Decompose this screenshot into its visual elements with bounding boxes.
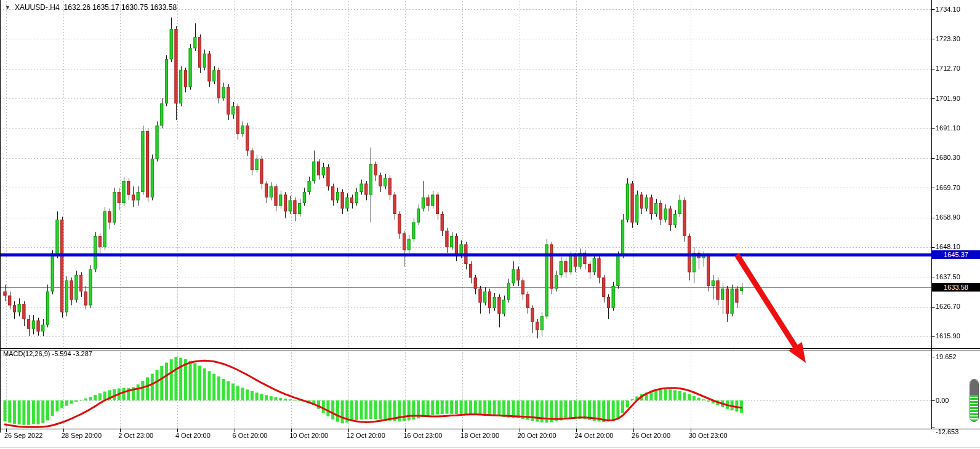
symbol-dropdown-triangle-icon[interactable]: ▼ (5, 4, 10, 11)
axis-label: 1669.70 (936, 184, 960, 191)
scroll-indicator-stripes (970, 395, 978, 422)
time-axis-label: 24 Oct 20:00 (574, 432, 613, 439)
time-axis-label: 26 Oct 20:00 (632, 432, 670, 439)
time-axis-label: 18 Oct 20:00 (460, 432, 499, 439)
axis-label: 1615.90 (936, 332, 960, 340)
axis-label: 1701.90 (936, 95, 960, 102)
hline-price-tag: 1645.37 (932, 250, 980, 259)
axis-label: 1712.70 (936, 65, 960, 72)
time-axis-label: 2 Oct 23:00 (118, 432, 153, 439)
time-axis-label: 4 Oct 20:00 (175, 432, 211, 439)
time-axis-label: 10 Oct 20:00 (289, 432, 328, 439)
chart-ohlc-readout: 1632.26 1635.17 1630.75 1633.58 (64, 3, 177, 12)
axis-label: 1680.30 (936, 154, 960, 161)
scroll-indicator[interactable] (970, 379, 979, 422)
time-axis-label: 30 Oct 23:00 (689, 432, 728, 439)
chart-window: ▼ XAUUSD-,H4 1632.26 1635.17 1630.75 163… (0, 0, 980, 449)
chart-title-row: ▼ XAUUSD-,H4 1632.26 1635.17 1630.75 163… (5, 3, 177, 12)
axis-label: 19.652 (936, 353, 957, 360)
axis-label: 0.00 (936, 397, 949, 404)
axis-label: 1691.10 (936, 124, 960, 132)
time-axis-label: 16 Oct 23:00 (403, 432, 442, 439)
time-axis-label: 12 Oct 20:00 (347, 432, 385, 439)
time-axis-label: 6 Oct 20:00 (233, 432, 268, 439)
axis-label: 1734.10 (936, 6, 960, 13)
axis-label: -12.653 (936, 428, 958, 435)
scroll-indicator-cap (970, 379, 978, 395)
last-price-tag: 1633.58 (932, 283, 980, 292)
axis-label: 1658.90 (936, 213, 960, 221)
time-axis-label: 28 Sep 20:00 (62, 432, 102, 439)
chart-symbol-period: XAUUSD-,H4 (15, 3, 60, 12)
macd-indicator-label: MACD(12,26,9) -5.594 -3.287 (3, 350, 92, 357)
axis-label: 1637.50 (936, 273, 960, 280)
axis-label: 1723.30 (936, 35, 960, 42)
time-axis-label: 26 Sep 2022 (4, 432, 42, 439)
price-chart-canvas[interactable] (0, 0, 980, 449)
axis-label: 1626.70 (936, 303, 960, 310)
time-axis-label: 20 Oct 20:00 (518, 432, 556, 439)
axis-label: 1648.10 (936, 243, 960, 250)
